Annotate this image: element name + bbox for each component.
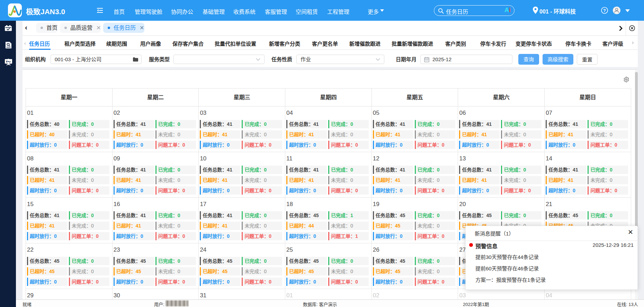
- svg-text:?: ?: [603, 8, 606, 13]
- svg-text:¥: ¥: [6, 60, 8, 63]
